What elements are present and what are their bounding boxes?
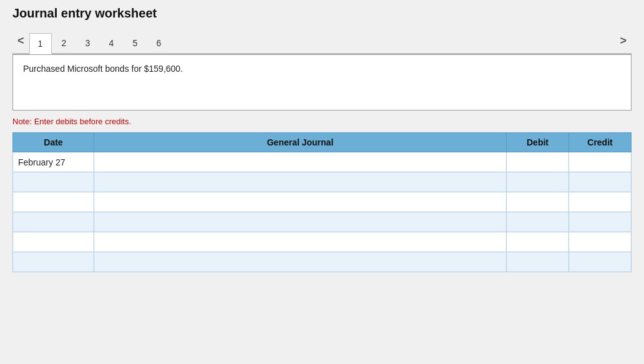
debit-cell-6[interactable] [507,252,569,272]
credit-input-2[interactable] [569,172,631,192]
tab-6[interactable]: 6 [148,32,170,53]
tab-5[interactable]: 5 [124,32,147,53]
general-input-1[interactable] [94,152,506,172]
debit-input-1[interactable] [507,152,568,172]
description-text: Purchased Microsoft bonds for $159,600. [23,64,183,74]
debit-input-3[interactable] [507,192,568,212]
journal-table: Date General Journal Debit Credit Februa… [12,132,632,272]
note-text: Note: Enter debits before credits. [12,117,632,126]
general-input-5[interactable] [94,232,506,252]
description-box: Purchased Microsoft bonds for $159,600. [12,54,632,111]
tabs-row: < 1 2 3 4 5 6 > [12,28,632,54]
tab-3[interactable]: 3 [77,32,99,53]
date-cell-3 [13,192,94,212]
debit-input-5[interactable] [507,232,568,252]
debit-input-2[interactable] [507,172,568,192]
general-input-4[interactable] [94,212,506,232]
table-row [13,252,632,272]
general-cell-4[interactable] [94,212,507,232]
credit-input-1[interactable] [569,152,631,172]
table-row [13,192,632,212]
date-cell-1: February 27 [13,152,94,172]
main-container: Journal entry worksheet < 1 2 3 4 5 6 > … [0,0,644,364]
credit-cell-5[interactable] [569,232,632,252]
general-cell-2[interactable] [94,172,507,192]
general-input-6[interactable] [94,252,506,272]
table-row [13,232,632,252]
credit-cell-6[interactable] [569,252,632,272]
col-header-debit: Debit [507,133,569,152]
general-cell-1[interactable] [94,152,507,172]
debit-input-4[interactable] [507,212,568,232]
credit-input-4[interactable] [569,212,631,232]
credit-cell-3[interactable] [569,192,632,212]
col-header-credit: Credit [569,133,632,152]
debit-cell-3[interactable] [507,192,569,212]
date-cell-5 [13,232,94,252]
credit-input-3[interactable] [569,192,631,212]
table-row [13,172,632,192]
date-cell-2 [13,172,94,192]
credit-cell-1[interactable] [569,152,632,172]
general-cell-3[interactable] [94,192,507,212]
credit-cell-2[interactable] [569,172,632,192]
credit-cell-4[interactable] [569,212,632,232]
date-cell-6 [13,252,94,272]
table-row [13,212,632,232]
debit-input-6[interactable] [507,252,568,272]
prev-arrow[interactable]: < [12,28,29,53]
page-title: Journal entry worksheet [12,6,632,21]
next-arrow[interactable]: > [615,28,632,53]
credit-input-6[interactable] [569,252,631,272]
general-cell-6[interactable] [94,252,507,272]
table-row: February 27 [13,152,632,172]
debit-cell-1[interactable] [507,152,569,172]
tab-1[interactable]: 1 [29,33,52,54]
general-cell-5[interactable] [94,232,507,252]
tab-4[interactable]: 4 [100,32,123,53]
general-input-2[interactable] [94,172,506,192]
debit-cell-4[interactable] [507,212,569,232]
debit-cell-2[interactable] [507,172,569,192]
col-header-general: General Journal [94,133,507,152]
date-cell-4 [13,212,94,232]
general-input-3[interactable] [94,192,506,212]
col-header-date: Date [13,133,94,152]
debit-cell-5[interactable] [507,232,569,252]
credit-input-5[interactable] [569,232,631,252]
tab-2[interactable]: 2 [53,32,76,53]
